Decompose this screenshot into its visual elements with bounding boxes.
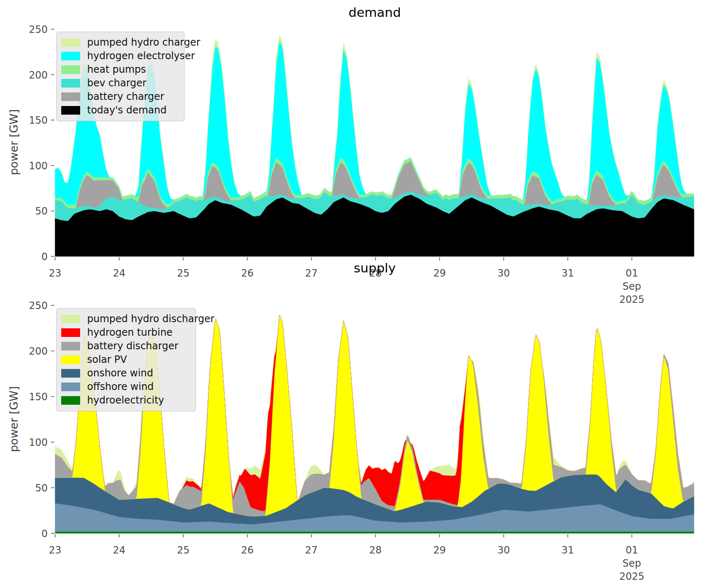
supply-y-axis-label: power [GW] (7, 386, 20, 452)
legend-label: pumped hydro charger (87, 36, 200, 49)
demand-legend: pumped hydro chargerhydrogen electrolyse… (56, 32, 184, 121)
x-tick-label: 01 (625, 544, 638, 556)
y-tick-label: 200 (29, 346, 48, 357)
y-tick-label: 0 (42, 251, 48, 263)
legend-swatch-icon (61, 92, 80, 101)
y-tick-label: 150 (29, 115, 48, 126)
legend-label: today's demand (87, 104, 167, 117)
legend-label: hydrogen turbine (87, 326, 173, 339)
x-tick-label: 28 (369, 544, 382, 556)
legend-item: hydrogen turbine (61, 326, 189, 339)
x-tick-label: 24 (113, 544, 126, 556)
legend-swatch-icon (61, 383, 80, 391)
x-tick-label: 23 (49, 544, 62, 556)
legend-item: hydroelectricity (61, 394, 189, 407)
legend-item: today's demand (61, 104, 178, 117)
legend-label: battery discharger (87, 339, 178, 353)
x-tick-sublabel: Sep (623, 558, 641, 569)
x-tick-sublabel: Sep (623, 281, 641, 292)
y-tick-label: 100 (29, 160, 48, 172)
legend-label: battery charger (87, 90, 164, 104)
x-tick-label: 29 (434, 544, 446, 556)
x-tick-label: 27 (305, 544, 318, 556)
x-tick-label: 25 (177, 544, 190, 556)
x-tick-label: 31 (561, 267, 574, 279)
y-tick-label: 250 (29, 24, 48, 35)
x-tick-sublabel: 2025 (619, 571, 644, 582)
x-tick-label: 24 (113, 267, 126, 279)
legend-swatch-icon (61, 106, 80, 115)
x-tick-label: 23 (49, 267, 62, 279)
legend-item: hydrogen electrolyser (61, 49, 178, 63)
x-tick-label: 26 (241, 544, 254, 556)
y-tick-label: 0 (42, 528, 48, 540)
legend-label: heat pumps (87, 63, 146, 76)
supply-legend: pumped hydro dischargerhydrogen turbineb… (56, 308, 196, 411)
legend-label: onshore wind (87, 367, 153, 380)
x-tick-label: 01 (625, 267, 638, 279)
y-tick-label: 250 (29, 300, 48, 311)
legend-item: bev charger (61, 76, 178, 90)
legend-item: solar PV (61, 353, 189, 367)
legend-swatch-icon (61, 369, 80, 378)
y-tick-label: 200 (29, 69, 48, 81)
supply-chart-title: supply (293, 261, 457, 275)
legend-label: hydroelectricity (87, 394, 164, 407)
y-tick-label: 50 (35, 482, 48, 494)
x-tick-label: 25 (177, 267, 190, 279)
x-tick-sublabel: 2025 (619, 294, 644, 305)
x-tick-label: 30 (498, 544, 510, 556)
legend-swatch-icon (61, 396, 80, 405)
legend-swatch-icon (61, 342, 80, 350)
legend-swatch-icon (61, 38, 80, 47)
legend-item: pumped hydro discharger (61, 312, 189, 326)
legend-swatch-icon (61, 79, 80, 88)
legend-label: pumped hydro discharger (87, 312, 214, 326)
legend-swatch-icon (61, 315, 80, 323)
legend-swatch-icon (61, 52, 80, 60)
legend-label: solar PV (87, 353, 127, 367)
legend-item: battery charger (61, 90, 178, 104)
legend-swatch-icon (61, 65, 80, 74)
legend-swatch-icon (61, 328, 80, 337)
y-tick-label: 150 (29, 391, 48, 403)
demand-chart-title: demand (293, 5, 457, 20)
legend-label: offshore wind (87, 380, 154, 394)
legend-label: bev charger (87, 76, 146, 90)
legend-item: battery discharger (61, 339, 189, 353)
legend-label: hydrogen electrolyser (87, 49, 195, 63)
legend-swatch-icon (61, 355, 80, 364)
legend-item: pumped hydro charger (61, 36, 178, 49)
legend-item: offshore wind (61, 380, 189, 394)
area-hydroelectricity (55, 532, 694, 533)
legend-item: heat pumps (61, 63, 178, 76)
y-tick-label: 50 (35, 205, 48, 217)
legend-item: onshore wind (61, 367, 189, 380)
demand-y-axis-label: power [GW] (7, 109, 20, 175)
x-tick-label: 30 (498, 267, 510, 279)
x-tick-label: 26 (241, 267, 254, 279)
y-tick-label: 100 (29, 437, 48, 448)
figure: 23242526272829303101Sep20250501001502002… (0, 0, 701, 588)
x-tick-label: 31 (561, 544, 574, 556)
